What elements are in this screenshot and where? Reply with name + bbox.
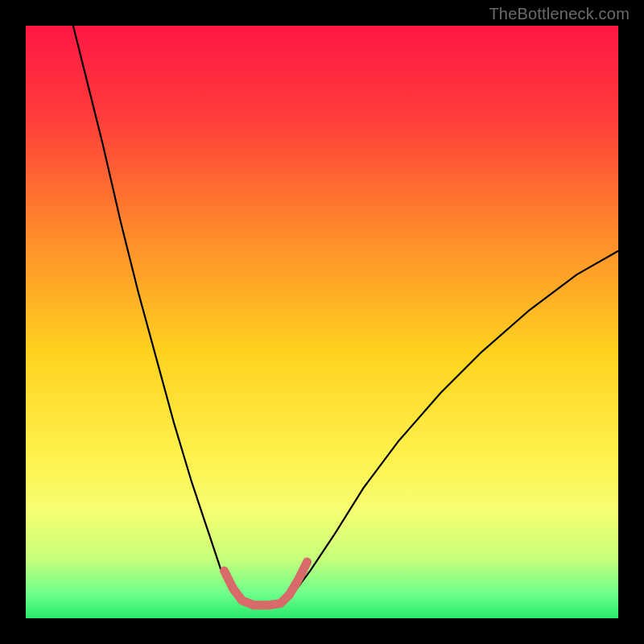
chart-svg: [26, 26, 618, 618]
chart-frame: TheBottleneck.com: [0, 0, 644, 644]
watermark-text: TheBottleneck.com: [489, 5, 630, 23]
plot-area: [26, 26, 618, 618]
gradient-background: [26, 26, 618, 618]
